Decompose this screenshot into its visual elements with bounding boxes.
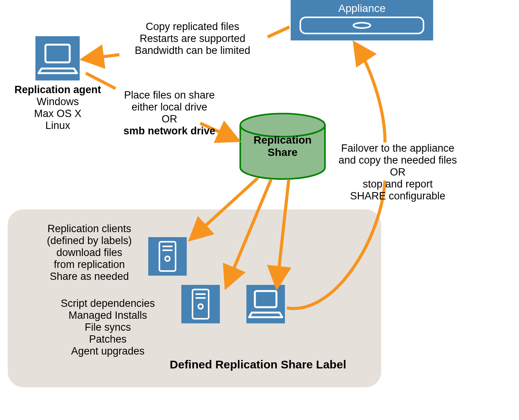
- svg-rect-4: [45, 45, 70, 62]
- script-line3: File syncs: [50, 321, 166, 333]
- agent-line4: Linux: [7, 120, 109, 132]
- diagram-stage: { "colors": { "blue": "#4682b4", "orange…: [0, 0, 519, 420]
- clients-line1: Replication clients: [35, 223, 143, 235]
- appliance-title: Appliance: [291, 2, 433, 15]
- svg-point-2: [353, 23, 370, 28]
- svg-point-5: [240, 114, 325, 137]
- place-line2: either local drive: [112, 101, 227, 113]
- failover-line4: stop and report: [332, 178, 463, 190]
- script-line1: Script dependencies: [50, 298, 166, 310]
- failover-line2: and copy the needed files: [332, 154, 463, 166]
- failover-line5: SHARE configurable: [332, 190, 463, 202]
- failover-line1: Failover to the appliance: [332, 142, 463, 154]
- share-label-2: Share: [240, 146, 325, 159]
- copy-block-line1: Copy replicated files: [116, 21, 270, 33]
- svg-rect-1: [300, 17, 424, 33]
- script-line4: Patches: [50, 333, 166, 345]
- svg-rect-3: [35, 36, 80, 80]
- script-line5: Agent upgrades: [50, 345, 166, 357]
- failover-line3: OR: [332, 166, 463, 178]
- place-line1: Place files on share: [112, 89, 227, 101]
- clients-line3: download files: [35, 247, 143, 259]
- agent-line2: Windows: [7, 96, 109, 108]
- footer-title: Defined Replication Share Label: [154, 358, 362, 371]
- clients-line2: (defined by labels): [35, 235, 143, 247]
- agent-title: Replication agent: [7, 84, 109, 96]
- agent-node: [35, 36, 80, 80]
- place-line3: OR: [112, 113, 227, 125]
- clients-line4: from replication: [35, 259, 143, 271]
- place-line4: smb network drive: [112, 125, 227, 137]
- script-line2: Managed Installs: [50, 310, 166, 321]
- copy-block-line3: Bandwidth can be limited: [112, 45, 273, 57]
- copy-block-line2: Restarts are supported: [116, 33, 270, 45]
- share-label-1: Replication: [240, 134, 325, 146]
- clients-line5: Share as needed: [35, 271, 143, 283]
- svg-line-18: [268, 27, 290, 37]
- agent-line3: Max OS X: [7, 108, 109, 120]
